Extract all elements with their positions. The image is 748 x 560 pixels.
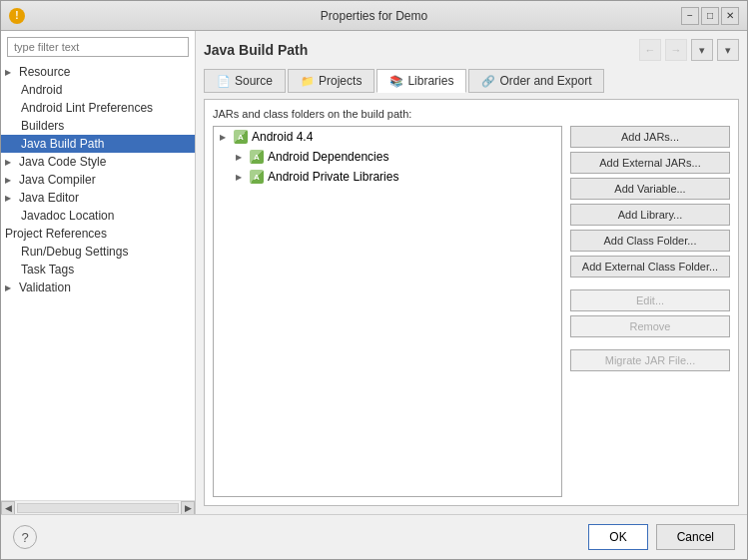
sidebar-item-task-tags[interactable]: Task Tags (1, 261, 195, 279)
sidebar-item-label: Javadoc Location (21, 209, 114, 223)
horizontal-scrollbar[interactable]: ◀ ▶ (1, 500, 195, 514)
buttons-panel: Add JARs... Add External JARs... Add Var… (570, 126, 730, 497)
expand-arrow: ▶ (5, 194, 15, 203)
library-icon: A (234, 130, 248, 144)
window-title: Properties for Demo (0, 9, 748, 23)
main-header: Java Build Path ← → ▾ ▾ (204, 39, 739, 61)
nav-back-button[interactable]: ← (639, 39, 661, 61)
scrollbar-track[interactable] (17, 503, 179, 513)
expand-arrow: ▶ (5, 158, 15, 167)
expand-arrow: ▶ (236, 153, 246, 162)
library-item-android-deps[interactable]: ▶ A Android Dependencies (214, 147, 561, 167)
libraries-tree-panel: ▶ A Android 4.4 ▶ A Android Dependencies… (213, 126, 562, 497)
expand-arrow: ▶ (220, 133, 230, 142)
projects-tab-icon: 📁 (301, 74, 315, 88)
migrate-jar-button[interactable]: Migrate JAR File... (570, 349, 730, 371)
add-class-folder-button[interactable]: Add Class Folder... (570, 230, 730, 252)
tab-source-label: Source (235, 74, 273, 88)
expand-arrow: ▶ (5, 176, 15, 185)
sidebar-tree: ▶ Resource Android Android Lint Preferen… (1, 63, 195, 500)
sidebar-item-label: Task Tags (21, 263, 74, 277)
sidebar-item-label: Java Code Style (19, 155, 106, 169)
expand-arrow: ▶ (5, 283, 15, 292)
add-external-jars-button[interactable]: Add External JARs... (570, 152, 730, 174)
add-jars-button[interactable]: Add JARs... (570, 126, 730, 148)
scroll-left-button[interactable]: ◀ (1, 501, 15, 515)
tab-content: JARs and class folders on the build path… (204, 99, 739, 506)
sidebar-item-java-code-style[interactable]: ▶ Java Code Style (1, 153, 195, 171)
sidebar-item-label: Validation (19, 280, 71, 294)
nav-dropdown-button[interactable]: ▾ (691, 39, 713, 61)
tab-projects-label: Projects (319, 74, 362, 88)
minimize-button[interactable]: − (681, 7, 699, 25)
sidebar-item-label: Builders (21, 119, 64, 133)
ok-button[interactable]: OK (588, 524, 647, 550)
titlebar-left: ! (9, 8, 25, 24)
sidebar-item-label: Android Lint Preferences (21, 101, 153, 115)
sidebar: ▶ Resource Android Android Lint Preferen… (1, 31, 196, 514)
tab-order-export[interactable]: 🔗 Order and Export (468, 69, 604, 93)
section-label: JARs and class folders on the build path… (213, 108, 730, 120)
expand-arrow: ▶ (5, 68, 15, 77)
order-export-tab-icon: 🔗 (481, 74, 495, 88)
main-panel: Java Build Path ← → ▾ ▾ 📄 Source 📁 Proje… (196, 31, 747, 514)
tab-libraries[interactable]: 📚 Libraries (376, 69, 466, 93)
sidebar-item-builders[interactable]: Builders (1, 117, 195, 135)
tab-source[interactable]: 📄 Source (204, 69, 286, 93)
tab-projects[interactable]: 📁 Projects (288, 69, 374, 93)
library-item-android-private[interactable]: ▶ A Android Private Libraries (214, 167, 561, 187)
sidebar-item-validation[interactable]: ▶ Validation (1, 279, 195, 296)
nav-menu-button[interactable]: ▾ (717, 39, 739, 61)
nav-forward-button[interactable]: → (665, 39, 687, 61)
sidebar-item-android-lint[interactable]: Android Lint Preferences (1, 99, 195, 117)
tab-order-export-label: Order and Export (499, 74, 591, 88)
sidebar-item-label: Java Editor (19, 191, 79, 205)
source-tab-icon: 📄 (217, 74, 231, 88)
tab-libraries-label: Libraries (407, 74, 453, 88)
sidebar-item-label: Java Compiler (19, 173, 96, 187)
search-input[interactable] (7, 37, 189, 57)
sidebar-item-javadoc-location[interactable]: Javadoc Location (1, 207, 195, 225)
expand-arrow: ▶ (236, 173, 246, 182)
edit-button[interactable]: Edit... (570, 289, 730, 311)
sidebar-item-java-compiler[interactable]: ▶ Java Compiler (1, 171, 195, 189)
library-icon: A (250, 170, 264, 184)
close-button[interactable]: ✕ (721, 7, 739, 25)
footer-buttons: OK Cancel (588, 524, 735, 550)
libraries-area: ▶ A Android 4.4 ▶ A Android Dependencies… (213, 126, 730, 497)
sidebar-item-label: Project References (5, 227, 107, 241)
tabs-bar: 📄 Source 📁 Projects 📚 Libraries 🔗 Order … (204, 69, 739, 93)
main-title: Java Build Path (204, 42, 308, 58)
scroll-right-button[interactable]: ▶ (181, 501, 195, 515)
sidebar-item-label: Run/Debug Settings (21, 245, 128, 259)
cancel-button[interactable]: Cancel (656, 524, 735, 550)
add-external-class-folder-button[interactable]: Add External Class Folder... (570, 256, 730, 278)
sidebar-item-label: Resource (19, 65, 70, 79)
dialog-footer: ? OK Cancel (1, 514, 747, 559)
sidebar-item-java-build-path[interactable]: Java Build Path (1, 135, 195, 153)
add-library-button[interactable]: Add Library... (570, 204, 730, 226)
library-label: Android 4.4 (252, 130, 313, 144)
library-label: Android Private Libraries (268, 170, 398, 184)
sidebar-item-java-editor[interactable]: ▶ Java Editor (1, 189, 195, 207)
sidebar-item-project-references[interactable]: Project References (1, 225, 195, 243)
help-button[interactable]: ? (13, 525, 37, 549)
sidebar-item-resource[interactable]: ▶ Resource (1, 63, 195, 81)
library-icon: A (250, 150, 264, 164)
sidebar-item-android[interactable]: Android (1, 81, 195, 99)
add-variable-button[interactable]: Add Variable... (570, 178, 730, 200)
window-icon: ! (9, 8, 25, 24)
libraries-tab-icon: 📚 (389, 74, 403, 88)
sidebar-item-label: Android (21, 83, 62, 97)
titlebar-controls: − □ ✕ (681, 7, 739, 25)
maximize-button[interactable]: □ (701, 7, 719, 25)
titlebar: ! Properties for Demo − □ ✕ (1, 1, 747, 31)
library-item-android44[interactable]: ▶ A Android 4.4 (214, 127, 561, 147)
library-label: Android Dependencies (268, 150, 388, 164)
content-area: ▶ Resource Android Android Lint Preferen… (1, 31, 747, 514)
header-navigation: ← → ▾ ▾ (639, 39, 739, 61)
remove-button[interactable]: Remove (570, 315, 730, 337)
sidebar-item-label: Java Build Path (21, 137, 104, 151)
sidebar-item-run-debug[interactable]: Run/Debug Settings (1, 243, 195, 261)
dialog-window: ! Properties for Demo − □ ✕ ▶ Resource A… (0, 0, 748, 560)
